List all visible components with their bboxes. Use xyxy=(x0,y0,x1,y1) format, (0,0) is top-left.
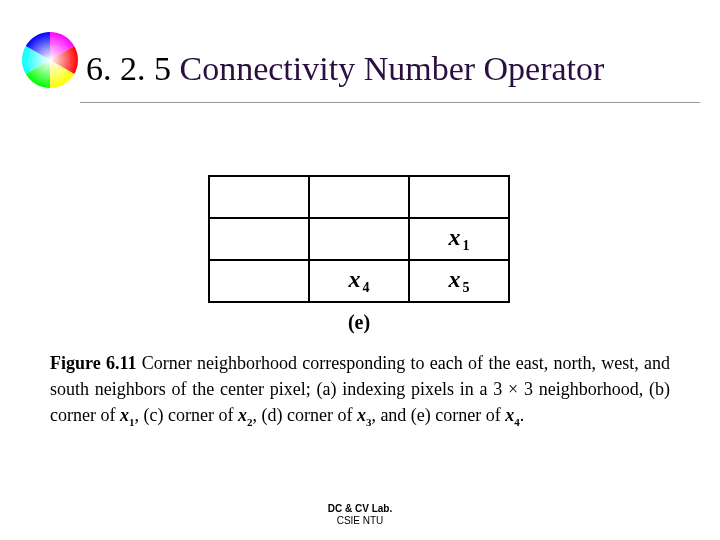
cell-r1c1 xyxy=(309,218,409,260)
cell-r2c0 xyxy=(209,260,309,302)
slide: { "title": { "section": "6. 2. 5", "text… xyxy=(0,0,720,540)
slide-footer: DC & CV Lab. CSIE NTU xyxy=(0,503,720,526)
figure: x1 x4 x5 (e) xyxy=(204,175,514,334)
slide-title: 6. 2. 5 Connectivity Number Operator xyxy=(86,50,604,88)
caption-body: Corner neighborhood corresponding to eac… xyxy=(50,353,670,425)
neighborhood-table: x1 x4 x5 xyxy=(208,175,510,303)
cell-r0c2 xyxy=(409,176,509,218)
svg-point-0 xyxy=(22,32,78,88)
cell-r1c2: x1 xyxy=(409,218,509,260)
color-wheel-icon xyxy=(18,28,82,92)
cell-r0c0 xyxy=(209,176,309,218)
figure-label: (e) xyxy=(204,311,514,334)
cell-r2c1: x4 xyxy=(309,260,409,302)
title-underline xyxy=(80,102,700,103)
section-number: 6. 2. 5 xyxy=(86,50,171,87)
cell-r0c1 xyxy=(309,176,409,218)
cell-r1c0 xyxy=(209,218,309,260)
figure-number: Figure 6.11 xyxy=(50,353,136,373)
footer-dept: CSIE NTU xyxy=(0,515,720,527)
figure-caption: Figure 6.11 Corner neighborhood correspo… xyxy=(50,350,670,431)
title-text: Connectivity Number Operator xyxy=(180,50,605,87)
cell-r2c2: x5 xyxy=(409,260,509,302)
footer-lab: DC & CV Lab. xyxy=(0,503,720,515)
